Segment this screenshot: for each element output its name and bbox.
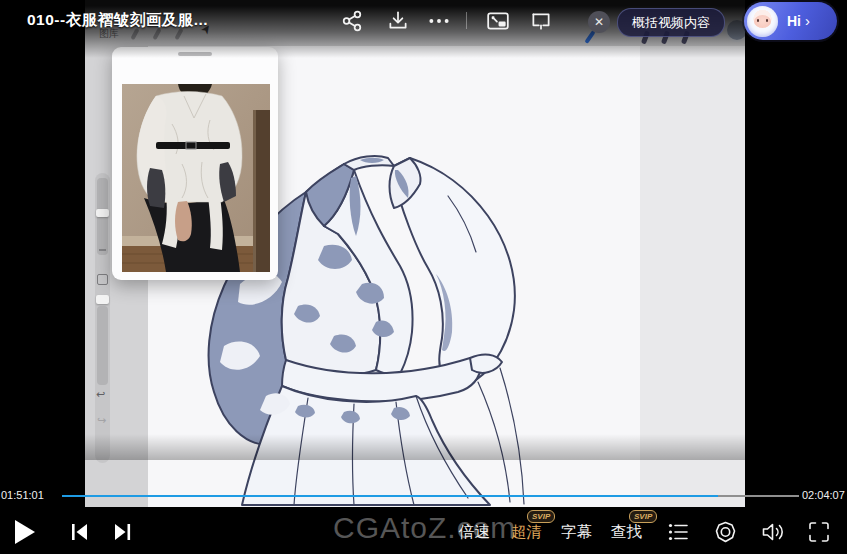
- progress-bar-remaining[interactable]: [718, 495, 799, 497]
- slider-tick: [99, 249, 106, 251]
- volume-icon[interactable]: [760, 520, 786, 544]
- fullscreen-icon[interactable]: [807, 520, 831, 544]
- reference-photo-panel: [112, 47, 278, 280]
- slider-handle: [96, 209, 109, 217]
- playlist-icon[interactable]: [666, 520, 691, 544]
- progress-bar-filled[interactable]: [62, 495, 718, 497]
- slider-handle: [96, 295, 109, 304]
- download-icon[interactable]: [386, 9, 410, 33]
- summarize-video-button[interactable]: 概括视频内容: [617, 8, 725, 37]
- video-display-area[interactable]: 图库 ➤: [85, 0, 745, 507]
- video-bottom-shade: [85, 434, 745, 460]
- close-icon[interactable]: ✕: [588, 11, 610, 33]
- player-window: 图库 ➤: [0, 0, 847, 554]
- find-button[interactable]: 查找: [611, 522, 642, 543]
- video-title: 010--衣服褶皱刻画及服...: [27, 10, 208, 31]
- current-time: 01:51:01: [1, 489, 44, 501]
- toolbar-divider: [466, 12, 467, 29]
- svip-badge[interactable]: SVIP: [629, 510, 657, 523]
- assistant-avatar: [747, 6, 778, 37]
- assistant-greeting: Hi: [787, 13, 801, 29]
- cast-icon[interactable]: [529, 9, 553, 33]
- next-icon[interactable]: [110, 521, 134, 543]
- modify-button-icon: [97, 274, 108, 285]
- chevron-right-icon: ›: [805, 12, 810, 29]
- quality-button[interactable]: 超清: [511, 522, 542, 543]
- subtitles-button[interactable]: 字幕: [561, 522, 592, 543]
- opacity-slider: [97, 306, 108, 385]
- total-time: 02:04:07: [802, 489, 845, 501]
- ai-assistant-button[interactable]: Hi ›: [744, 2, 837, 40]
- reference-photo: [122, 84, 270, 272]
- app-sidebar: ↩ ↪: [95, 173, 110, 463]
- undo-icon: ↩: [96, 388, 105, 401]
- pip-icon[interactable]: [486, 9, 510, 33]
- previous-icon[interactable]: [68, 521, 92, 543]
- share-icon[interactable]: [340, 9, 364, 33]
- speed-button[interactable]: 倍速: [459, 522, 490, 543]
- more-icon[interactable]: [427, 9, 451, 33]
- settings-icon[interactable]: [713, 520, 738, 544]
- redo-icon: ↪: [97, 414, 106, 427]
- play-icon[interactable]: [14, 519, 36, 545]
- svip-badge[interactable]: SVIP: [527, 510, 555, 523]
